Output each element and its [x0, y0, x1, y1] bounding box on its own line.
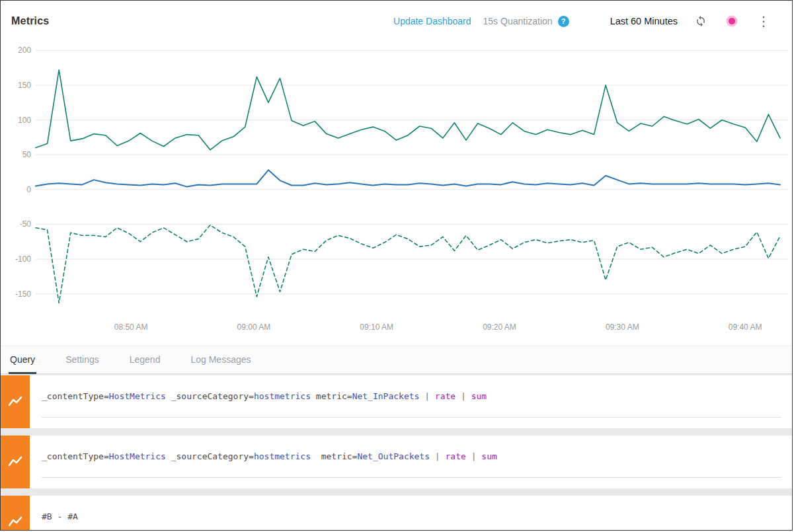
- header: Metrics Update Dashboard 15s Quantizatio…: [1, 1, 792, 42]
- metrics-line-icon: [7, 454, 23, 470]
- query-content: _contentType=HostMetrics _sourceCategory…: [30, 436, 792, 488]
- query-row-b: _contentType=HostMetrics _sourceCategory…: [1, 436, 792, 488]
- svg-text:-150: -150: [15, 289, 31, 299]
- chart-panel: -150-100-5005010015020008:50 AM09:00 AM0…: [1, 42, 792, 346]
- metrics-query-badge: [1, 436, 30, 488]
- svg-text:09:40 AM: 09:40 AM: [729, 323, 762, 332]
- svg-text:0: 0: [26, 185, 31, 194]
- svg-text:09:30 AM: 09:30 AM: [606, 323, 639, 332]
- query-underline: [42, 477, 781, 478]
- svg-text:09:10 AM: 09:10 AM: [360, 323, 393, 332]
- svg-text:100: 100: [18, 116, 31, 125]
- query-content: _contentType=HostMetrics _sourceCategory…: [30, 375, 792, 428]
- svg-text:150: 150: [18, 81, 31, 90]
- tab-query[interactable]: Query: [9, 346, 36, 374]
- query-input-c[interactable]: #B - #A: [42, 512, 781, 521]
- svg-text:09:20 AM: 09:20 AM: [483, 323, 516, 332]
- live-indicator-icon[interactable]: [726, 15, 738, 27]
- query-input-a[interactable]: _contentType=HostMetrics _sourceCategory…: [42, 391, 781, 401]
- tab-settings[interactable]: Settings: [64, 346, 100, 374]
- svg-text:09:00 AM: 09:00 AM: [237, 323, 271, 332]
- time-range-selector[interactable]: Last 60 Minutes: [610, 16, 678, 26]
- quantization-label: 15s Quantization: [483, 16, 553, 26]
- query-underline: [42, 417, 781, 418]
- query-row-a: _contentType=HostMetrics _sourceCategory…: [1, 375, 792, 428]
- query-input-b[interactable]: _contentType=HostMetrics _sourceCategory…: [42, 451, 781, 461]
- metrics-query-badge: [1, 496, 30, 530]
- query-content: #B - #A: [30, 496, 792, 530]
- help-icon[interactable]: ?: [558, 16, 569, 27]
- live-dot: [729, 18, 735, 24]
- metrics-line-icon: [7, 514, 23, 530]
- refresh-icon[interactable]: [695, 15, 707, 27]
- metrics-chart[interactable]: -150-100-5005010015020008:50 AM09:00 AM0…: [6, 42, 788, 336]
- tab-log-messages[interactable]: Log Messages: [189, 346, 252, 374]
- metrics-query-badge: [1, 375, 30, 428]
- svg-text:-100: -100: [15, 254, 31, 264]
- svg-text:08:50 AM: 08:50 AM: [114, 323, 148, 332]
- metrics-line-icon: [7, 394, 23, 410]
- metrics-panel: Metrics Update Dashboard 15s Quantizatio…: [0, 0, 793, 531]
- svg-text:-50: -50: [20, 219, 32, 229]
- tab-bar: Query Settings Legend Log Messages: [1, 346, 792, 374]
- tab-legend[interactable]: Legend: [128, 346, 162, 374]
- update-dashboard-link[interactable]: Update Dashboard: [393, 16, 471, 26]
- svg-text:50: 50: [22, 150, 32, 159]
- page-title: Metrics: [11, 15, 49, 27]
- header-actions: Update Dashboard 15s Quantization ? Last…: [393, 15, 770, 28]
- svg-text:200: 200: [18, 46, 31, 55]
- kebab-menu-icon[interactable]: ⋮: [757, 15, 770, 28]
- query-row-c: #B - #A: [1, 496, 792, 530]
- query-list: _contentType=HostMetrics _sourceCategory…: [1, 374, 792, 530]
